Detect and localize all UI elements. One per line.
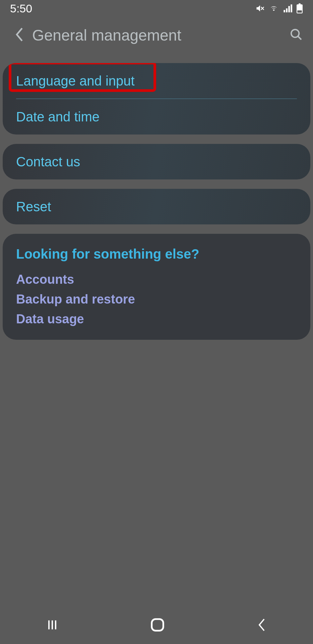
- settings-group-0: Language and input Date and time: [3, 63, 310, 135]
- status-icons: [255, 3, 303, 13]
- wifi-icon: [269, 4, 279, 13]
- svg-rect-2: [297, 10, 302, 13]
- status-bar: 5:50: [0, 0, 313, 17]
- app-bar: General management: [0, 17, 313, 54]
- settings-group-2: Reset: [3, 189, 310, 224]
- navigation-bar: [0, 607, 313, 644]
- looking-for-card: Looking for something else? Accounts Bac…: [3, 234, 310, 340]
- link-data-usage[interactable]: Data usage: [3, 309, 310, 340]
- svg-rect-1: [299, 3, 301, 5]
- setting-language-and-input[interactable]: Language and input: [3, 63, 310, 99]
- setting-date-and-time[interactable]: Date and time: [3, 99, 310, 135]
- page-title: General management: [32, 26, 281, 44]
- recents-button[interactable]: [46, 618, 59, 633]
- svg-rect-7: [152, 619, 164, 631]
- home-button[interactable]: [150, 617, 165, 634]
- nav-back-button[interactable]: [256, 618, 267, 633]
- settings-group-1: Contact us: [3, 144, 310, 179]
- battery-icon: [296, 3, 303, 13]
- mute-icon: [255, 4, 265, 13]
- looking-for-title: Looking for something else?: [3, 234, 310, 270]
- link-accounts[interactable]: Accounts: [3, 270, 310, 289]
- setting-contact-us[interactable]: Contact us: [3, 144, 310, 179]
- search-button[interactable]: [290, 28, 303, 43]
- content: Language and input Date and time Contact…: [0, 63, 313, 340]
- status-time: 5:50: [10, 2, 32, 15]
- back-button[interactable]: [15, 27, 24, 43]
- signal-icon: [283, 4, 292, 13]
- setting-reset[interactable]: Reset: [3, 189, 310, 224]
- svg-point-3: [291, 30, 299, 37]
- link-backup-and-restore[interactable]: Backup and restore: [3, 289, 310, 309]
